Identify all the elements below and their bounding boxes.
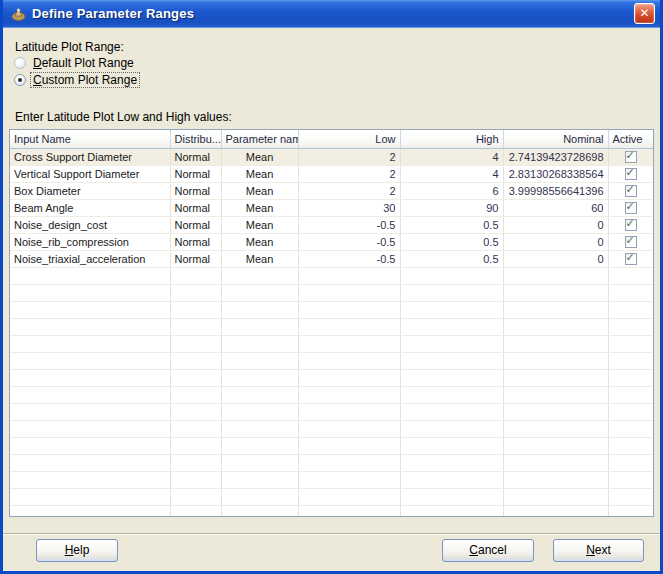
cell-high: 0.5 [400, 233, 503, 250]
column-header-active[interactable]: Active [608, 130, 653, 148]
column-header-distribution[interactable]: Distribu... [170, 130, 221, 148]
empty-cell [298, 454, 400, 471]
active-checkbox[interactable] [625, 236, 637, 248]
radio-icon-default[interactable] [14, 57, 26, 69]
cell-distribution: Normal [170, 233, 221, 250]
empty-cell [608, 318, 653, 335]
define-parameter-ranges-dialog: Define Parameter Ranges ✕ Latitude Plot … [0, 0, 663, 574]
empty-cell [170, 437, 221, 454]
cell-distribution: Normal [170, 216, 221, 233]
radio-default-plot-range[interactable]: Default Plot Range [14, 56, 136, 70]
empty-cell [608, 267, 653, 284]
column-header-high[interactable]: High [400, 130, 503, 148]
empty-cell [503, 352, 608, 369]
next-button[interactable]: Next [553, 539, 644, 562]
table-row[interactable]: Vertical Support DiameterNormalMean242.8… [10, 165, 653, 182]
empty-cell [608, 488, 653, 505]
empty-cell [503, 488, 608, 505]
empty-cell [400, 403, 503, 420]
cell-parameter-name: Mean [221, 233, 298, 250]
table-empty-row [10, 386, 653, 403]
column-header-low[interactable]: Low [298, 130, 400, 148]
active-checkbox[interactable] [625, 202, 637, 214]
column-header-input-name[interactable]: Input Name [10, 130, 170, 148]
cell-parameter-name: Mean [221, 199, 298, 216]
empty-cell [608, 471, 653, 488]
column-header-parameter-name[interactable]: Parameter name [221, 130, 298, 148]
active-checkbox[interactable] [625, 151, 637, 163]
empty-cell [10, 403, 170, 420]
empty-cell [503, 369, 608, 386]
empty-cell [608, 437, 653, 454]
active-checkbox[interactable] [625, 253, 637, 265]
empty-cell [400, 267, 503, 284]
cell-input-name: Cross Support Diameter [10, 148, 170, 165]
empty-cell [10, 454, 170, 471]
table-row[interactable]: Box DiameterNormalMean263.99998556641396 [10, 182, 653, 199]
empty-cell [298, 403, 400, 420]
cell-low: -0.5 [298, 216, 400, 233]
cell-active [608, 165, 653, 182]
empty-cell [298, 352, 400, 369]
cell-nominal: 0 [503, 216, 608, 233]
empty-cell [503, 386, 608, 403]
cell-input-name: Beam Angle [10, 199, 170, 216]
empty-cell [503, 420, 608, 437]
radio-icon-custom[interactable] [14, 74, 26, 86]
empty-cell [221, 403, 298, 420]
table-row[interactable]: Noise_triaxial_accelerationNormalMean-0.… [10, 250, 653, 267]
cell-nominal: 0 [503, 250, 608, 267]
title-bar: Define Parameter Ranges ✕ [3, 0, 660, 28]
cell-distribution: Normal [170, 199, 221, 216]
active-checkbox[interactable] [625, 185, 637, 197]
close-icon[interactable]: ✕ [634, 3, 655, 24]
empty-cell [298, 335, 400, 352]
empty-cell [298, 488, 400, 505]
cell-distribution: Normal [170, 165, 221, 182]
table-empty-row [10, 471, 653, 488]
empty-cell [608, 284, 653, 301]
cell-parameter-name: Mean [221, 148, 298, 165]
table-empty-row [10, 318, 653, 335]
empty-cell [503, 318, 608, 335]
cell-active [608, 182, 653, 199]
empty-cell [221, 454, 298, 471]
empty-cell [221, 284, 298, 301]
column-header-nominal[interactable]: Nominal [503, 130, 608, 148]
cancel-button[interactable]: Cancel [442, 539, 534, 562]
empty-cell [221, 386, 298, 403]
empty-cell [170, 369, 221, 386]
active-checkbox[interactable] [625, 219, 637, 231]
empty-cell [608, 352, 653, 369]
empty-cell [503, 284, 608, 301]
radio-custom-plot-range[interactable]: Custom Plot Range [14, 73, 139, 87]
window-title: Define Parameter Ranges [32, 6, 634, 21]
active-checkbox[interactable] [625, 168, 637, 180]
cell-input-name: Box Diameter [10, 182, 170, 199]
empty-cell [503, 403, 608, 420]
table-empty-row [10, 454, 653, 471]
table-empty-row [10, 488, 653, 505]
empty-cell [400, 386, 503, 403]
empty-cell [608, 454, 653, 471]
cell-low: 30 [298, 199, 400, 216]
cell-active [608, 216, 653, 233]
empty-cell [221, 471, 298, 488]
help-button[interactable]: Help [36, 539, 118, 562]
empty-cell [298, 437, 400, 454]
table-row[interactable]: Cross Support DiameterNormalMean242.7413… [10, 148, 653, 165]
table-empty-row [10, 284, 653, 301]
cell-low: -0.5 [298, 250, 400, 267]
cell-high: 0.5 [400, 216, 503, 233]
table-row[interactable]: Beam AngleNormalMean309060 [10, 199, 653, 216]
empty-cell [298, 284, 400, 301]
table-row[interactable]: Noise_rib_compressionNormalMean-0.50.50 [10, 233, 653, 250]
empty-cell [170, 318, 221, 335]
table-empty-row [10, 352, 653, 369]
table-row[interactable]: Noise_design_costNormalMean-0.50.50 [10, 216, 653, 233]
empty-cell [10, 335, 170, 352]
empty-cell [608, 403, 653, 420]
radio-default-label: Default Plot Range [31, 56, 136, 70]
empty-cell [400, 505, 503, 517]
empty-cell [170, 352, 221, 369]
